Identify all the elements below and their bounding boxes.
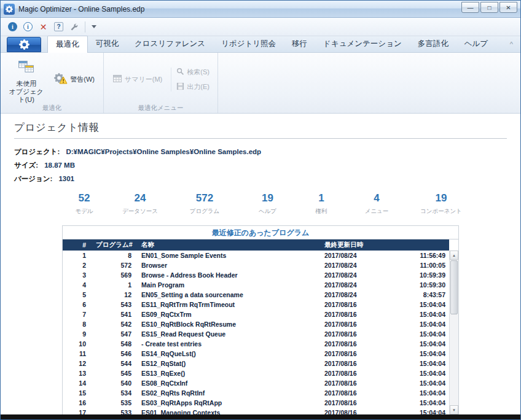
ribbon-tab-bar: 最適化可視化クロスリファレンスリポジトリ照会移行ドキュメンテーション多言語化ヘル… [1, 36, 520, 53]
minimize-button[interactable]: — [461, 2, 479, 13]
cell-num: 1 [63, 251, 91, 260]
cell-time: 15:04:04 [401, 300, 449, 309]
cell-prog: 569 [91, 270, 136, 280]
tab-クロスリファレンス[interactable]: クロスリファレンス [127, 36, 213, 52]
maximize-button[interactable]: □ [480, 2, 498, 13]
cell-date: 2017/08/16 [319, 378, 401, 388]
stat-value: 4 [349, 192, 404, 204]
table-row[interactable]: 10548- Create test entries2017/08/1615:0… [63, 339, 449, 349]
cell-num: 3 [63, 270, 91, 280]
tab-リポジトリ照会[interactable]: リポジトリ照会 [213, 36, 284, 52]
panel-title: 最近修正のあったプログラム [63, 226, 458, 239]
info-icon[interactable]: i [8, 22, 17, 31]
table-row[interactable]: 18EN01_Some Sample Events2017/08/2411:56… [63, 251, 449, 260]
table-row[interactable]: 16535ES03_RqRtApps RqRtApp2017/08/1615:0… [63, 398, 449, 408]
collapse-ribbon-button[interactable]: ^ [505, 41, 518, 48]
table-row[interactable]: 12544ES12_RqStat()2017/08/1615:04:04 [63, 359, 449, 368]
output-label: 出力(E) [187, 82, 210, 91]
warnings-label: 警告(W) [70, 75, 95, 84]
close-button[interactable]: ✕ [499, 2, 517, 13]
exit-icon[interactable]: ✕ [39, 22, 48, 31]
scrollbar-thumb[interactable] [450, 260, 458, 314]
cell-num: 11 [63, 349, 91, 359]
cell-num: 6 [63, 300, 91, 309]
cell-time: 15:04:04 [401, 319, 449, 329]
table-row[interactable]: 14540ES08_RqCtxInf2017/08/1615:04:04 [63, 378, 449, 388]
cell-time: 8:43:57 [401, 290, 449, 300]
tab-可視化[interactable]: 可視化 [88, 36, 127, 52]
stat-データソース: 24データソース [112, 192, 168, 216]
cell-num: 8 [63, 319, 91, 329]
scroll-up-button[interactable]: ▲ [450, 251, 458, 260]
app-icon [4, 4, 15, 15]
table-row[interactable]: 15534ES02_RqRts RqRtInf2017/08/1615:04:0… [63, 388, 449, 398]
stat-value: 52 [56, 192, 112, 204]
summary-button[interactable]: サマリー(M) [109, 72, 166, 87]
cell-prog: 547 [91, 329, 136, 339]
cell-date: 2017/08/16 [319, 368, 401, 378]
cell-prog: 12 [91, 290, 136, 300]
table-row[interactable]: 7541ES09_RqCtxTrm2017/08/1615:04:04 [63, 309, 449, 319]
table-row[interactable]: 6543ES11_RqRtTrm RqTrmTimeout2017/08/161… [63, 300, 449, 309]
cell-name: Main Program [136, 280, 319, 290]
output-button[interactable]: 出力(E) [176, 82, 210, 91]
about-icon[interactable]: i [23, 22, 33, 31]
table-row[interactable]: 11546ES14_RqQueLst()2017/08/1615:04:04 [63, 349, 449, 359]
toolbar-options-icon[interactable] [92, 25, 96, 28]
cell-num: 7 [63, 309, 91, 319]
tab-ヘルプ[interactable]: ヘルプ [456, 36, 496, 52]
cell-time: 15:04:04 [401, 378, 449, 388]
stat-value: 1 [294, 192, 349, 204]
cell-name: ES08_RqCtxInf [136, 378, 319, 388]
toolbar-separator [85, 21, 85, 33]
cell-num: 5 [63, 290, 91, 300]
tab-多言語化[interactable]: 多言語化 [410, 36, 456, 52]
stat-モデル: 52モデル [56, 192, 112, 216]
table-row[interactable]: 512EN05_Setting a data sourcename2017/08… [63, 290, 449, 300]
cell-time: 15:04:04 [401, 329, 449, 339]
table-row[interactable]: 3569Browse - Address Book Header2017/08/… [63, 270, 449, 280]
titlebar[interactable]: Magic Optimizer - Online Samples.edp —□✕ [1, 1, 520, 18]
unused-objects-icon [18, 58, 34, 77]
stat-label: プログラム [168, 208, 241, 216]
table-scrollbar[interactable]: ▲ ▼ [449, 251, 458, 414]
stat-value: 572 [168, 192, 241, 204]
cell-name: ES09_RqCtxTrm [136, 309, 319, 319]
stat-label: データソース [112, 208, 168, 216]
cell-num: 2 [63, 260, 91, 270]
tab-移行[interactable]: 移行 [284, 36, 315, 52]
cell-date: 2017/08/16 [319, 309, 401, 319]
ribbon-tab-list: 最適化可視化クロスリファレンスリポジトリ照会移行ドキュメンテーション多言語化ヘル… [47, 36, 496, 52]
cell-time: 11:56:49 [401, 251, 449, 260]
table-row[interactable]: 2572Browser2017/08/2411:00:05 [63, 260, 449, 270]
application-button[interactable] [7, 37, 41, 52]
cell-date: 2017/08/24 [319, 270, 401, 280]
ribbon-group-optimize: 未使用 オブジェクト(U) 警告(W) 最適化 [1, 53, 104, 113]
scroll-down-button[interactable]: ▼ [450, 405, 458, 414]
tab-ドキュメンテーション[interactable]: ドキュメンテーション [315, 36, 410, 52]
app-window: Magic Optimizer - Online Samples.edp —□✕… [0, 0, 521, 420]
programs-table: #プログラム#名称最終更新日時 18EN01_Some Sample Event… [63, 239, 449, 414]
scrollbar-track[interactable] [450, 260, 458, 405]
table-row[interactable]: 13545ES13_RqExe()2017/08/1615:04:04 [63, 368, 449, 378]
cell-date: 2017/08/24 [319, 260, 401, 270]
help-icon[interactable]: ? [54, 22, 63, 31]
table-row[interactable]: 41Main Program2017/08/2410:59:30 [63, 280, 449, 290]
cell-name: EN01_Some Sample Events [136, 251, 319, 260]
cell-num: 10 [63, 339, 91, 349]
cell-num: 15 [63, 388, 91, 398]
programs-table-header-row: #プログラム#名称最終更新日時 [63, 239, 449, 251]
ribbon: 未使用 オブジェクト(U) 警告(W) 最適化 [1, 53, 520, 114]
table-row[interactable]: 9547ES15_Read Request Queue2017/08/1615:… [63, 329, 449, 339]
warning-icon [54, 72, 68, 86]
tab-最適化[interactable]: 最適化 [47, 36, 88, 53]
cell-prog: 534 [91, 388, 136, 398]
warnings-button[interactable]: 警告(W) [50, 70, 98, 88]
table-row[interactable]: 8542ES10_RqRtBlock RqRtResume2017/08/161… [63, 319, 449, 329]
unused-objects-button[interactable]: 未使用 オブジェクト(U) [6, 56, 47, 102]
table-row[interactable]: 17533ES01_Managing Contexts2017/08/1615:… [63, 408, 449, 414]
cell-name: ES13_RqExe() [136, 368, 319, 378]
settings-icon[interactable] [69, 22, 79, 31]
cell-date: 2017/08/16 [319, 408, 401, 414]
search-button[interactable]: 検索(S) [176, 68, 210, 77]
